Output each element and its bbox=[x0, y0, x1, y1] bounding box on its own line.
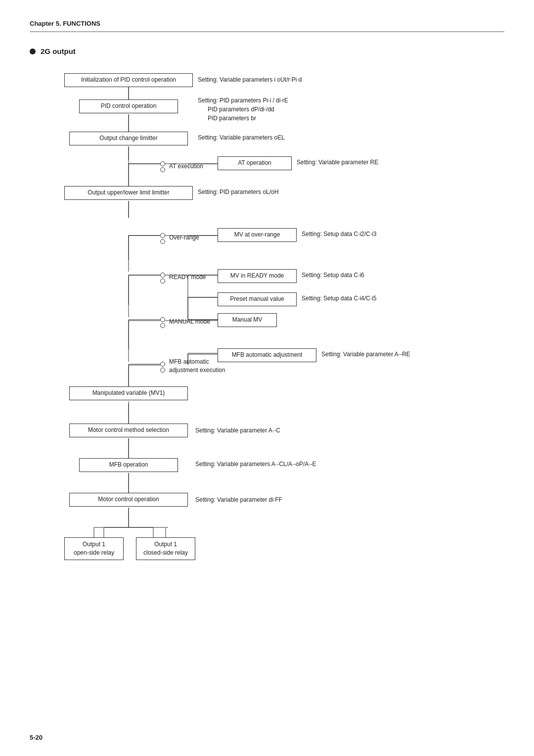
box-preset-manual: Preset manual value bbox=[218, 292, 297, 306]
circle-mfb-exec-2 bbox=[160, 368, 165, 373]
box-at-op-label: AT operation bbox=[238, 159, 271, 166]
box-manual-mv-label: Manual MV bbox=[232, 316, 263, 323]
box-pid-label: PID control operation bbox=[101, 102, 157, 109]
setting-mfb-auto: Setting: Variable parameter A·-RE bbox=[321, 351, 410, 358]
circle-mfb-exec-1 bbox=[160, 362, 165, 367]
circle-over-range-2 bbox=[160, 239, 165, 244]
setting-pid: Setting: PID parameters Pi·i / di·rE PID… bbox=[198, 96, 288, 123]
page: Chapter 5. FUNCTIONS 2G output bbox=[0, 0, 534, 730]
circle-over-range-1 bbox=[160, 233, 165, 238]
box-manip-var: Manipulated variable (MV1) bbox=[69, 386, 188, 400]
box-pid-ctrl: PID control operation bbox=[79, 99, 178, 113]
box-at-op: AT operation bbox=[218, 156, 292, 170]
box-mfb-op-label: MFB operation bbox=[109, 461, 148, 468]
setting-preset-manual: Setting: Setup data C·i4/C·i5 bbox=[302, 295, 376, 302]
label-manual-mode: MANUAL mode bbox=[169, 318, 210, 325]
page-number: 5-20 bbox=[30, 734, 43, 741]
bullet-icon bbox=[30, 48, 36, 54]
divider bbox=[30, 31, 504, 32]
chapter-header: Chapter 5. FUNCTIONS bbox=[30, 20, 504, 27]
label-at-exec: AT execution bbox=[169, 163, 203, 170]
label-mfb-exec: MFB automatic adjustment execution bbox=[169, 358, 225, 375]
box-mv-overrange-label: MV at over-range bbox=[234, 231, 280, 238]
box-init-pid-label: Initialization of PID control operation bbox=[81, 76, 176, 83]
box-mfb-auto: MFB automatic adjustment bbox=[218, 348, 316, 362]
box-motor-ctrl-op: Motor control operation bbox=[69, 493, 188, 507]
section-title: 2G output bbox=[30, 47, 504, 55]
box-motor-ctrl-sel-label: Motor control method selection bbox=[88, 426, 169, 433]
setting-out-uplower: Setting: PID parameters oL/oH bbox=[198, 189, 278, 195]
section-label: 2G output bbox=[41, 47, 76, 55]
setting-init: Setting: Variable parameters i oUt/r·Pi·… bbox=[198, 76, 302, 83]
box-preset-manual-label: Preset manual value bbox=[230, 295, 284, 302]
setting-motor-sel: Setting: Variable parameter A·-C bbox=[195, 427, 280, 434]
box-mv-overrange: MV at over-range bbox=[218, 228, 297, 242]
box-motor-ctrl-op-label: Motor control operation bbox=[98, 496, 159, 503]
label-over-range: Over-range bbox=[169, 234, 199, 241]
setting-mv-ready: Setting: Setup data C·i6 bbox=[302, 272, 364, 279]
circle-manual-2 bbox=[160, 323, 165, 328]
box-manual-mv: Manual MV bbox=[218, 313, 277, 327]
flowchart: Initialization of PID control operation … bbox=[49, 67, 504, 701]
box-init-pid: Initialization of PID control operation bbox=[64, 73, 193, 87]
box-out-change-label: Output change limitter bbox=[99, 135, 157, 142]
box-manip-var-label: Manipulated variable (MV1) bbox=[92, 389, 165, 396]
setting-mfb-op: Setting: Variable parameters A·-CL/A·-oP… bbox=[195, 461, 316, 468]
setting-at-op: Setting: Variable parameter RE bbox=[297, 159, 378, 166]
circle-ready-1 bbox=[160, 273, 165, 278]
label-ready-mode: READY mode bbox=[169, 274, 206, 281]
circle-ready-2 bbox=[160, 279, 165, 284]
circle-manual-1 bbox=[160, 317, 165, 322]
box-out-change: Output change limitter bbox=[69, 132, 188, 145]
box-mv-ready-label: MV in READY mode bbox=[230, 272, 284, 279]
box-mfb-auto-label: MFB automatic adjustment bbox=[232, 351, 303, 358]
box-motor-ctrl-sel: Motor control method selection bbox=[69, 424, 188, 437]
box-mv-ready: MV in READY mode bbox=[218, 269, 297, 283]
box-mfb-op: MFB operation bbox=[79, 458, 178, 472]
setting-motor-op: Setting: Variable parameter di·FF bbox=[195, 496, 282, 503]
setting-mv-overrange: Setting: Setup data C·i2/C·i3 bbox=[302, 231, 376, 237]
circle-at-exec-1 bbox=[160, 161, 165, 166]
circle-at-exec-2 bbox=[160, 167, 165, 172]
box-out1-open: Output 1 open-side relay bbox=[64, 537, 124, 560]
flow-container: Initialization of PID control operation … bbox=[49, 67, 494, 701]
setting-out-change: Setting: Variable parameters oEL bbox=[198, 134, 285, 141]
box-out-uplower-label: Output upper/lower limit limitter bbox=[88, 189, 169, 196]
box-out-uplower: Output upper/lower limit limitter bbox=[64, 186, 193, 200]
box-out1-closed: Output 1 closed-side relay bbox=[136, 537, 195, 560]
